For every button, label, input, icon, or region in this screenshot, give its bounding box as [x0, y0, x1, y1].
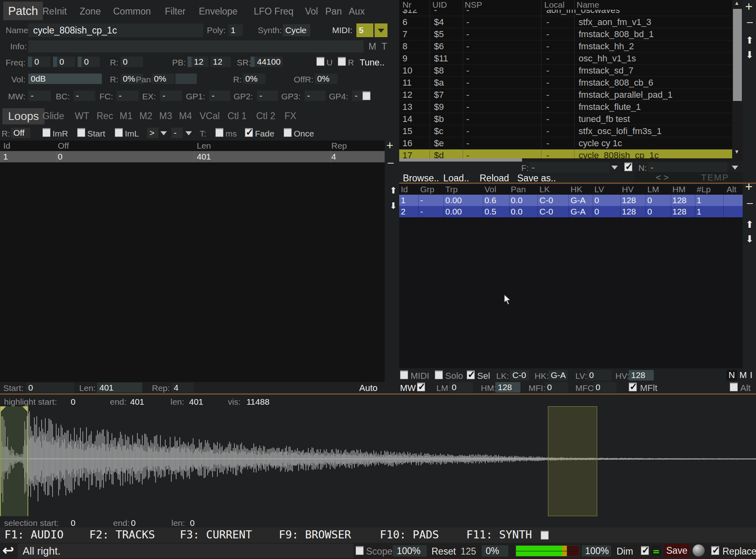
loop-region-right-handle[interactable]	[22, 406, 27, 412]
start-field-input[interactable]: 0	[26, 382, 74, 393]
tab-fx[interactable]: FX	[284, 108, 296, 124]
fkey-browser[interactable]: F9: BROWSER	[279, 527, 351, 542]
pb-up-input[interactable]: 12	[211, 57, 231, 67]
patch-move-down-icon[interactable]: ⬇	[745, 50, 754, 60]
r-checkbox[interactable]	[338, 57, 346, 66]
ms-checkbox[interactable]	[215, 128, 223, 137]
sr-input[interactable]: 44100	[251, 57, 283, 67]
patch-move-up-icon[interactable]: ⬆	[745, 36, 754, 45]
loop-xfade-box[interactable]: -	[171, 128, 183, 138]
temp-nav-buttons[interactable]: < >	[656, 172, 669, 183]
fkey-synth[interactable]: F11: SYNTH	[466, 527, 532, 542]
temp-slot[interactable]: < > TEMP	[634, 172, 743, 183]
m-flag[interactable]: M	[369, 41, 376, 52]
loop-remove-button[interactable]: −	[387, 158, 394, 168]
play-region-highlight[interactable]	[548, 406, 597, 516]
loop-row-selected[interactable]: 1 0 401 4	[0, 151, 385, 162]
mw-checkbox[interactable]	[417, 382, 425, 391]
zone-up-icon[interactable]: ⬆	[390, 186, 397, 195]
filter-dropdown[interactable]: -	[529, 162, 609, 172]
m-mode-flag[interactable]: M	[739, 370, 747, 380]
name-filter-checkbox[interactable]	[624, 162, 632, 171]
zone-midi-checkbox[interactable]	[400, 370, 408, 379]
menu-item-reinit[interactable]: ReInit	[42, 3, 67, 19]
rep-field-input[interactable]: 4	[171, 382, 194, 393]
browse-button[interactable]: Browse..	[403, 173, 439, 183]
imr-checkbox[interactable]	[42, 128, 51, 137]
pan-input[interactable]: 0%	[152, 74, 175, 84]
fkey-tracks[interactable]: F2: TRACKS	[89, 527, 155, 542]
tab-m2[interactable]: M2	[139, 108, 152, 124]
zone-move-down-icon[interactable]: ⬇	[745, 234, 754, 244]
freq-r-input[interactable]: 0	[120, 57, 143, 67]
freq2-input[interactable]: 0	[53, 57, 75, 67]
menu-item-vol[interactable]: Vol	[305, 3, 318, 19]
fkey-pads[interactable]: F10: PADS	[380, 527, 439, 542]
freq3-input[interactable]: 0	[78, 57, 100, 67]
len-field-input[interactable]: 401	[97, 382, 142, 393]
menu-item-common[interactable]: Common	[113, 3, 151, 19]
list-item[interactable]: 12$7--fmstack_parallel_pad_1	[399, 89, 732, 101]
scope-checkbox[interactable]	[356, 546, 364, 555]
t-flag[interactable]: T	[381, 41, 387, 52]
pan-r-input[interactable]: 0%	[243, 74, 265, 84]
midi-dropdown-button[interactable]	[375, 23, 387, 37]
tune-button[interactable]: Tune..	[360, 57, 385, 68]
iml-checkbox[interactable]	[115, 128, 123, 137]
menu-item-filter[interactable]: Filter	[165, 3, 185, 19]
list-scrollbar-thumb[interactable]	[733, 9, 742, 101]
list-item[interactable]: 6$4--stfx_aon_fm_v1_3	[399, 16, 732, 28]
load-button[interactable]: Load..	[443, 173, 469, 183]
list-scrollbar[interactable]: ▲ ▼	[732, 0, 743, 158]
poly-input[interactable]: 1	[228, 24, 243, 36]
record-sphere-icon[interactable]	[693, 544, 705, 557]
dim-checkbox[interactable]	[641, 546, 649, 555]
save-as-button[interactable]: Save as..	[517, 173, 556, 183]
zone-solo-checkbox[interactable]	[435, 370, 443, 379]
controller-input-gp1[interactable]: -	[209, 90, 230, 101]
controller-input-ex[interactable]: -	[160, 90, 182, 101]
zone-row[interactable]: 2-0.000.50.0C-0G-A012801281	[399, 206, 743, 217]
zone-remove-button[interactable]: −	[746, 199, 754, 208]
zone-lk-input[interactable]: C-0	[510, 370, 529, 380]
tab-vcal[interactable]: VCal	[200, 108, 220, 124]
zone-down-icon[interactable]: ⬇	[390, 201, 397, 211]
n-dropdown[interactable]: -	[648, 162, 727, 172]
save-button[interactable]: Save	[664, 544, 689, 557]
patch-remove-button[interactable]: −	[746, 18, 754, 27]
tab-m3[interactable]: M3	[159, 108, 172, 124]
waveform-display[interactable]	[0, 406, 756, 517]
u-checkbox[interactable]	[316, 57, 324, 66]
controller-input-gp3[interactable]: -	[305, 90, 326, 101]
loop-xfade-dropdown-icon[interactable]	[185, 131, 192, 135]
menu-item-lfo-freq[interactable]: LFO Freq	[254, 3, 293, 19]
list-item[interactable]: 11$a--fmstack_808_cb_6	[399, 77, 732, 89]
freq1-input[interactable]: 0	[28, 57, 51, 67]
menu-item-patch[interactable]: Patch	[3, 2, 43, 20]
n-mode-flag[interactable]: N	[727, 370, 737, 380]
menu-item-aux[interactable]: Aux	[349, 3, 365, 19]
controller-input-mw[interactable]: -	[28, 90, 51, 101]
loop-add-button[interactable]: +	[386, 141, 394, 150]
list-item-selected[interactable]: 17$d--cycle_808ish_cp_1c	[399, 149, 732, 158]
tab-ctl-1[interactable]: Ctl 1	[227, 108, 246, 124]
list-item[interactable]: 16$e--cycle cy 1c	[399, 137, 732, 149]
patch-add-button[interactable]: +	[745, 2, 753, 11]
tab-rec[interactable]: Rec	[97, 108, 113, 124]
list-item[interactable]: 13$9--fmstack_flute_1	[399, 101, 732, 113]
zone-sel-checkbox[interactable]	[467, 370, 475, 379]
list-hscrollbar-thumb[interactable]	[399, 158, 522, 162]
menu-item-zone[interactable]: Zone	[80, 3, 101, 19]
controller-input-fc[interactable]: -	[116, 90, 139, 101]
reset-button[interactable]: Reset	[432, 545, 456, 558]
hm-input[interactable]: 128	[495, 382, 520, 393]
n-dropdown-icon[interactable]	[732, 166, 738, 170]
controller-input-gp2[interactable]: -	[257, 90, 278, 101]
zone-row-selected[interactable]: 1-0.000.60.0C-0G-A012801281	[399, 195, 743, 206]
loop-region-left-handle[interactable]	[1, 406, 6, 412]
auto-button[interactable]: Auto	[359, 383, 377, 393]
zone-lv-input[interactable]: 0	[587, 370, 612, 380]
loop-release-mode[interactable]: Off	[11, 128, 30, 138]
list-item[interactable]: 7$5--fmstack_808_bd_1	[399, 28, 732, 40]
mflt-checkbox[interactable]	[629, 382, 637, 391]
